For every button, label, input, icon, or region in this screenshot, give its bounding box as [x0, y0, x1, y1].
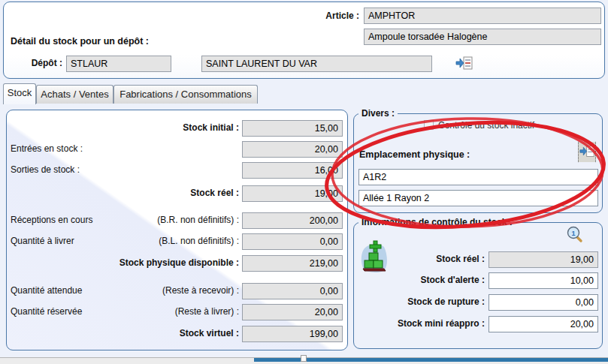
emplacement-code-input[interactable]: A1R2	[358, 169, 598, 185]
tab-fabrications-consommations[interactable]: Fabrications / Consommations	[113, 85, 258, 104]
stock-alerte-input[interactable]: 10,00	[489, 272, 598, 289]
window-bottom-border	[254, 358, 608, 362]
controle-stock-inactif-label: Contrôle du stock inactif	[438, 120, 534, 131]
quantite-reservee-field: 20,00	[242, 304, 343, 320]
quantite-attendue-field: 0,00	[242, 283, 343, 299]
controle-stock-inactif-checkbox[interactable]	[424, 120, 434, 130]
emplacement-description-input[interactable]: Allée 1 Rayon 2	[358, 190, 598, 206]
receptions-en-cours-field: 200,00	[242, 212, 343, 229]
controle-stock-reel-field: 19,00	[489, 251, 598, 268]
tab-stock[interactable]: Stock	[3, 83, 36, 104]
row-caption: (B.L. non définitifs) :	[83, 236, 239, 246]
bottom-scrollbar-thumb[interactable]	[301, 355, 307, 362]
controle-field-label: Stock de rupture :	[342, 296, 485, 307]
emplacement-lookup-button[interactable]	[578, 142, 596, 162]
stock-reel-field: 19,00	[242, 185, 343, 202]
divers-legend: Divers :	[358, 108, 398, 119]
depot-code-field: STLAUR	[66, 56, 171, 72]
arrow-to-list-icon	[455, 56, 473, 71]
quantite-a-livrer-field: 0,00	[242, 233, 343, 250]
row-label: Quantité attendue	[11, 285, 82, 296]
magnifier-1-icon: 1	[566, 226, 584, 244]
row-label: Quantité à livrer	[11, 236, 74, 246]
svg-text:1: 1	[571, 230, 575, 237]
row-label: Quantité réservée	[11, 306, 82, 317]
arrow-to-list-icon	[579, 143, 595, 159]
row-label: Sorties de stock :	[11, 164, 80, 175]
controle-field-label: Stock réel :	[342, 254, 485, 264]
row-caption: (B.R. non définitifs) :	[83, 215, 239, 225]
tab-achats-ventes[interactable]: Achats / Ventes	[36, 85, 113, 104]
entrees-stock-field: 20,00	[242, 141, 343, 158]
controle-stock-legend: Informations de contrôle du stock :	[358, 217, 516, 227]
stock-detail-window: Article : AMPHTOR Ampoule torsadée Halog…	[0, 0, 608, 364]
depot-label: Dépôt :	[15, 58, 62, 68]
depot-lookup-button[interactable]	[455, 56, 473, 74]
row-caption: (Reste à livrer) :	[83, 306, 239, 317]
depot-name-field: SAINT LAURENT DU VAR	[201, 56, 432, 72]
row-caption: Stock initial :	[83, 122, 239, 133]
zoom-info-button[interactable]: 1	[566, 226, 584, 247]
stock-physique-disponible-field: 219,00	[242, 255, 343, 272]
controle-field-label: Stock d'alerte :	[342, 275, 485, 285]
controle-field-label: Stock mini réappro :	[342, 318, 485, 329]
article-description-field: Ampoule torsadée Halogène	[364, 29, 601, 45]
row-caption: Stock physique disponible :	[83, 257, 239, 268]
row-caption: (Reste à recevoir) :	[83, 285, 239, 296]
detail-depot-title: Détail du stock pour un dépôt :	[11, 36, 149, 47]
row-caption: Stock réel :	[83, 188, 239, 198]
article-code-field: AMPHTOR	[364, 8, 601, 24]
stock-initial-field: 15,00	[242, 120, 343, 137]
row-label: Entrées en stock :	[11, 143, 83, 154]
article-label: Article :	[301, 11, 359, 21]
row-caption: Stock virtuel :	[83, 328, 239, 338]
stock-virtuel-field: 199,00	[242, 326, 343, 342]
emplacement-physique-label: Emplacement physique :	[359, 149, 470, 160]
stock-mini-reappro-input[interactable]: 20,00	[489, 316, 598, 332]
sorties-stock-field: 16,00	[242, 162, 343, 179]
row-label: Réceptions en cours	[11, 215, 92, 225]
stock-rupture-input[interactable]: 0,00	[489, 294, 598, 311]
